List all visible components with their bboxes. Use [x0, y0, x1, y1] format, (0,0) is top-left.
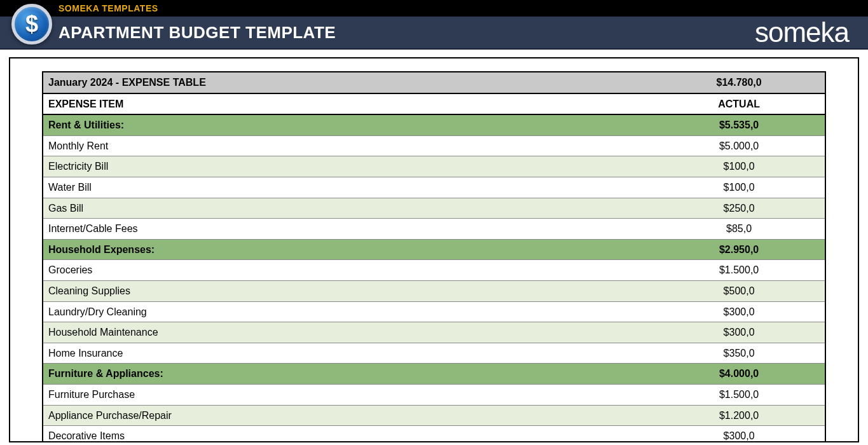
- table-row: EXPENSE ITEMACTUAL: [43, 93, 825, 115]
- category-total: $4.000,0: [653, 364, 825, 385]
- expense-item-value: $100,0: [653, 177, 825, 198]
- table-row: Laundry/Dry Cleaning$300,0: [43, 301, 825, 322]
- expense-item-label: Cleaning Supplies: [43, 280, 653, 301]
- page-title: APARTMENT BUDGET TEMPLATE: [59, 23, 336, 43]
- table-row: Rent & Utilities:$5.535,0: [43, 114, 825, 135]
- expense-item-value: $500,0: [653, 280, 825, 301]
- table-row: Cleaning Supplies$500,0: [43, 280, 825, 301]
- expense-item-label: Household Maintenance: [43, 322, 653, 343]
- expense-item-label: Internet/Cable Fees: [43, 219, 653, 240]
- table-title: January 2024 - EXPENSE TABLE: [43, 72, 653, 93]
- content-wrap: January 2024 - EXPENSE TABLE$14.780,0EXP…: [0, 50, 868, 442]
- dollar-logo-icon: $: [11, 4, 52, 44]
- table-row: Household Expenses:$2.950,0: [43, 239, 825, 260]
- brand-logo-text: someka: [755, 17, 849, 48]
- expense-item-value: $250,0: [653, 198, 825, 219]
- expense-item-label: Furniture Purchase: [43, 384, 653, 405]
- grand-total: $14.780,0: [653, 72, 825, 93]
- expense-item-label: Electricity Bill: [43, 156, 653, 177]
- expense-item-value: $85,0: [653, 219, 825, 240]
- table-row: Electricity Bill$100,0: [43, 156, 825, 177]
- table-row: Monthly Rent$5.000,0: [43, 135, 825, 156]
- expense-item-value: $300,0: [653, 426, 825, 442]
- table-row: Appliance Purchase/Repair$1.200,0: [43, 405, 825, 426]
- expense-item-label: Water Bill: [43, 177, 653, 198]
- table-row: Gas Bill$250,0: [43, 198, 825, 219]
- dollar-symbol: $: [25, 13, 38, 36]
- expense-item-value: $1.500,0: [653, 260, 825, 281]
- expense-item-label: Laundry/Dry Cleaning: [43, 301, 653, 322]
- table-row: Home Insurance$350,0: [43, 343, 825, 364]
- table-row: Decorative Items$300,0: [43, 426, 825, 442]
- table-row: Internet/Cable Fees$85,0: [43, 219, 825, 240]
- expense-item-value: $300,0: [653, 322, 825, 343]
- sheet-frame: January 2024 - EXPENSE TABLE$14.780,0EXP…: [9, 57, 859, 442]
- expense-item-value: $1.500,0: [653, 384, 825, 405]
- col-header-label: EXPENSE ITEM: [43, 93, 653, 115]
- table-row: Water Bill$100,0: [43, 177, 825, 198]
- col-header-value: ACTUAL: [653, 93, 825, 115]
- expense-item-value: $100,0: [653, 156, 825, 177]
- title-bar: APARTMENT BUDGET TEMPLATE someka: [0, 17, 868, 50]
- top-banner: SOMEKA TEMPLATES APARTMENT BUDGET TEMPLA…: [0, 0, 868, 50]
- category-total: $5.535,0: [653, 114, 825, 135]
- expense-item-value: $5.000,0: [653, 135, 825, 156]
- brand-top-text: SOMEKA TEMPLATES: [59, 3, 158, 13]
- expense-table: January 2024 - EXPENSE TABLE$14.780,0EXP…: [42, 71, 826, 442]
- expense-item-label: Home Insurance: [43, 343, 653, 364]
- category-label: Furniture & Appliances:: [43, 364, 653, 385]
- expense-item-label: Monthly Rent: [43, 135, 653, 156]
- category-label: Rent & Utilities:: [43, 114, 653, 135]
- table-row: Household Maintenance$300,0: [43, 322, 825, 343]
- expense-item-value: $350,0: [653, 343, 825, 364]
- expense-item-value: $1.200,0: [653, 405, 825, 426]
- expense-item-label: Gas Bill: [43, 198, 653, 219]
- table-row: Furniture Purchase$1.500,0: [43, 384, 825, 405]
- brand-logo: someka: [755, 17, 849, 48]
- table-row: January 2024 - EXPENSE TABLE$14.780,0: [43, 72, 825, 93]
- category-label: Household Expenses:: [43, 239, 653, 260]
- expense-item-label: Decorative Items: [43, 426, 653, 442]
- expense-item-label: Groceries: [43, 260, 653, 281]
- expense-item-value: $300,0: [653, 301, 825, 322]
- expense-item-label: Appliance Purchase/Repair: [43, 405, 653, 426]
- brand-bar: SOMEKA TEMPLATES: [0, 0, 868, 17]
- table-row: Furniture & Appliances:$4.000,0: [43, 364, 825, 385]
- category-total: $2.950,0: [653, 239, 825, 260]
- table-row: Groceries$1.500,0: [43, 260, 825, 281]
